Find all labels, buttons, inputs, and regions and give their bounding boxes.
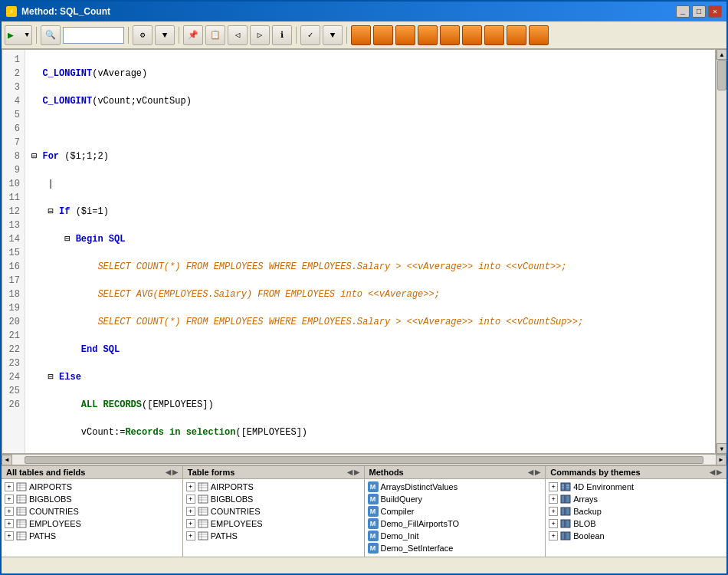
orange-btn-5[interactable] [440, 25, 460, 45]
method-icon-6: M [368, 543, 379, 554]
panel-commands-right-arrow[interactable]: ▶ [717, 468, 722, 476]
editor-area[interactable]: 12345 678910 1112131415 1617181920 21222… [2, 49, 716, 454]
cmd-backup-label: Backup [573, 507, 602, 516]
orange-btn-8[interactable] [507, 25, 526, 45]
list-item[interactable]: + COUNTRIES [185, 505, 362, 518]
list-item[interactable]: + Backup [547, 505, 725, 518]
nav-left-icon: ◁ [235, 30, 241, 40]
list-item[interactable]: M Demo_Init [366, 530, 544, 542]
nav-btn-2[interactable]: ▷ [250, 25, 270, 45]
list-item[interactable]: M ArraysDistinctValues [366, 481, 544, 493]
panel-methods-right-arrow[interactable]: ▶ [535, 468, 540, 476]
run-button[interactable]: ▶ ▼ [5, 25, 32, 45]
list-item[interactable]: + PATHS [3, 530, 181, 542]
expand-airports-icon[interactable]: + [5, 482, 14, 491]
panel-commands-left-arrow[interactable]: ◀ [710, 468, 715, 476]
expand-employees-icon[interactable]: + [5, 519, 14, 528]
svg-rect-4 [17, 495, 26, 503]
scroll-thumb[interactable] [717, 60, 726, 90]
settings-dropdown[interactable]: ▼ [155, 25, 175, 45]
editor-scrollbar-v[interactable]: ▲ ▼ [716, 49, 726, 454]
scroll-right-arrow[interactable]: ▶ [716, 455, 726, 465]
search-button[interactable]: 🔍 [41, 25, 61, 45]
maximize-button[interactable]: □ [692, 5, 706, 18]
svg-rect-47 [566, 495, 570, 503]
search-input[interactable] [63, 27, 124, 44]
expand-form-employees-icon[interactable]: + [186, 519, 195, 528]
list-item[interactable]: M BuildQuery [366, 493, 544, 505]
nav-btn-1[interactable]: ◁ [228, 25, 248, 45]
expand-paths-icon[interactable]: + [5, 531, 14, 540]
panel-methods-left-arrow[interactable]: ◀ [528, 468, 533, 476]
scroll-down-arrow[interactable]: ▼ [717, 443, 726, 454]
expand-countries-icon[interactable]: + [5, 507, 14, 516]
employees-label: EMPLOYEES [29, 519, 81, 528]
orange-btn-2[interactable] [373, 25, 393, 45]
panel-tables-content[interactable]: + AIRPORTS + BIGBLOBS + COUNTRIES [2, 479, 182, 557]
cmd-boolean-icon [560, 531, 571, 541]
method-fillair-label: Demo_FillAirportsTO [381, 519, 460, 528]
list-item[interactable]: + AIRPORTS [3, 481, 181, 493]
orange-btn-3[interactable] [395, 25, 415, 45]
expand-form-airports-icon[interactable]: + [186, 482, 195, 491]
list-item[interactable]: + BLOB [547, 518, 725, 530]
window-controls: _ □ ✕ [676, 5, 722, 18]
list-item[interactable]: + BIGBLOBS [3, 493, 181, 505]
panel-forms-left-arrow[interactable]: ◀ [347, 468, 353, 476]
list-item[interactable]: M Demo_FillAirportsTO [366, 518, 544, 530]
toolbar: ▶ ▼ 🔍 ⚙ ▼ 📌 📋 ◁ ▷ ℹ ✓ ▼ [2, 21, 726, 49]
check-btn[interactable]: ✓ [300, 25, 320, 45]
expand-form-paths-icon[interactable]: + [186, 531, 195, 540]
expand-bigblobs-icon[interactable]: + [5, 495, 14, 504]
list-item[interactable]: + PATHS [185, 530, 362, 542]
panel-tables-right-arrow[interactable]: ▶ [172, 468, 178, 476]
h-scroll-thumb[interactable] [25, 456, 703, 464]
check-icon: ✓ [308, 30, 313, 40]
expand-form-countries-icon[interactable]: + [186, 507, 195, 516]
orange-btn-6[interactable] [462, 25, 482, 45]
close-button[interactable]: ✕ [708, 5, 722, 18]
bookmark-btn-1[interactable]: 📌 [183, 25, 203, 45]
expand-blob-icon[interactable]: + [549, 519, 558, 528]
method-icon-5: M [368, 531, 379, 541]
expand-boolean-icon[interactable]: + [549, 531, 558, 540]
editor-scrollbar-h[interactable]: ◀ ▶ [2, 454, 726, 465]
bookmark-btn-2[interactable]: 📋 [205, 25, 225, 45]
method-arrays-label: ArraysDistinctValues [381, 482, 458, 491]
list-item[interactable]: + BIGBLOBS [185, 493, 362, 505]
expand-form-bigblobs-icon[interactable]: + [186, 495, 195, 504]
list-item[interactable]: + COUNTRIES [3, 505, 181, 518]
list-item[interactable]: + AIRPORTS [185, 481, 362, 493]
scroll-up-arrow[interactable]: ▲ [717, 49, 726, 60]
list-item[interactable]: + Arrays [547, 493, 725, 505]
code-line-3 [31, 122, 712, 136]
panel-methods-content[interactable]: M ArraysDistinctValues M BuildQuery M Co… [365, 479, 546, 557]
list-item[interactable]: + 4D Environment [547, 481, 725, 493]
list-item[interactable]: + EMPLOYEES [3, 518, 181, 530]
code-editor[interactable]: C_LONGINT(vAverage) C_LONGINT(vCount;vCo… [25, 50, 715, 453]
panel-forms-content[interactable]: + AIRPORTS + BIGBLOBS + COUNTRIES [183, 479, 364, 557]
orange-btn-7[interactable] [484, 25, 504, 45]
settings-button[interactable]: ⚙ [133, 25, 152, 45]
orange-btn-9[interactable] [529, 25, 549, 45]
minimize-button[interactable]: _ [676, 5, 690, 18]
list-item[interactable]: + EMPLOYEES [185, 518, 362, 530]
scroll-track[interactable] [717, 60, 726, 443]
scroll-left-arrow[interactable]: ◀ [2, 455, 12, 465]
orange-btn-1[interactable] [351, 25, 371, 45]
list-item[interactable]: + Boolean [547, 530, 725, 542]
list-item[interactable]: M Compiler [366, 505, 544, 518]
table-employees-icon [16, 518, 27, 529]
info-btn[interactable]: ℹ [272, 25, 292, 45]
svg-rect-49 [566, 508, 570, 515]
orange-btn-4[interactable] [418, 25, 438, 45]
expand-4denv-icon[interactable]: + [549, 482, 558, 491]
panel-tables-left-arrow[interactable]: ◀ [166, 468, 171, 476]
check-dropdown[interactable]: ▼ [323, 25, 343, 45]
panel-commands-content[interactable]: + 4D Environment + Arrays + Backup [546, 479, 726, 557]
expand-backup-icon[interactable]: + [549, 507, 558, 516]
panel-forms-right-arrow[interactable]: ▶ [354, 468, 359, 476]
info-icon: ℹ [280, 30, 284, 40]
list-item[interactable]: M Demo_SetInterface [366, 542, 544, 554]
expand-arrays-icon[interactable]: + [549, 495, 558, 504]
